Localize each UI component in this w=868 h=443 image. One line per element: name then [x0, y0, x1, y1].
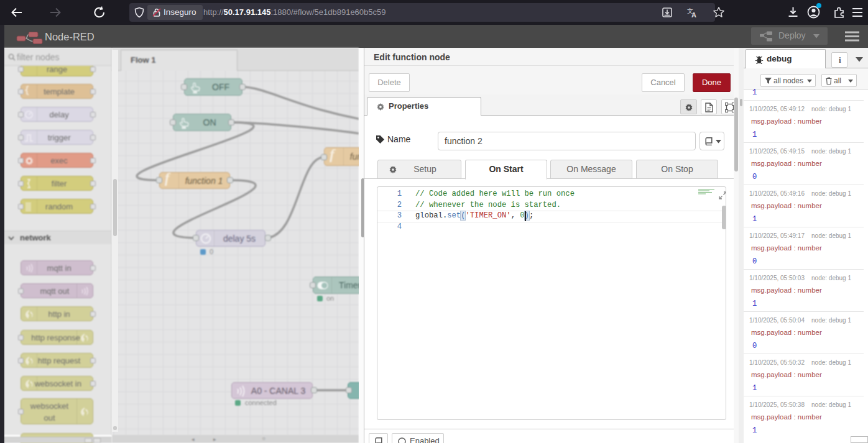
svg-text:A: A: [691, 11, 696, 19]
